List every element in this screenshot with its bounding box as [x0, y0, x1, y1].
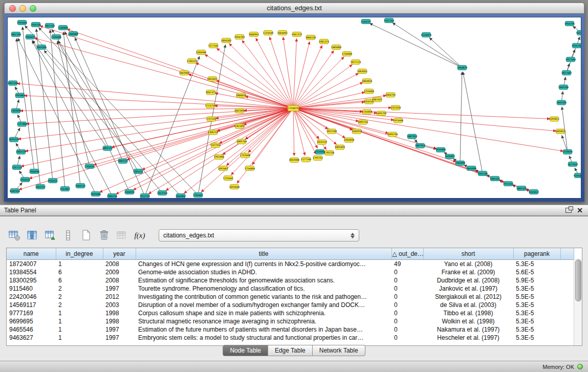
table-cell[interactable]: 14569117	[7, 301, 56, 309]
citation-edge-red[interactable]	[40, 26, 293, 108]
citation-edge-red[interactable]	[293, 45, 322, 108]
citation-edge-red[interactable]	[293, 41, 310, 108]
citation-edge-red[interactable]	[293, 108, 337, 145]
table-cell[interactable]: 0	[391, 285, 423, 293]
citation-edge-red[interactable]	[18, 108, 293, 139]
function-builder-button[interactable]: f(x)	[133, 229, 147, 242]
citation-edge-red[interactable]	[195, 63, 293, 108]
close-panel-icon[interactable]: ✕	[577, 207, 583, 214]
float-panel-icon[interactable]	[565, 208, 572, 213]
table-cell[interactable]: 5.3E-5	[513, 317, 560, 325]
delete-column-button[interactable]	[97, 229, 111, 242]
table-cell[interactable]: 2008	[103, 276, 136, 285]
table-cell[interactable]: 0	[391, 309, 423, 317]
citation-edge-red[interactable]	[24, 96, 293, 108]
table-cell[interactable]: Franke et al. (2009)	[423, 268, 513, 276]
citation-edge-red[interactable]	[34, 38, 293, 108]
citation-edge-black[interactable]	[567, 37, 580, 73]
table-cell[interactable]: Embryonic stem cells: a model to study s…	[136, 334, 391, 342]
citation-edge-red[interactable]	[293, 108, 294, 156]
table-scrollbar-thumb[interactable]	[575, 259, 581, 301]
import-table-button[interactable]	[115, 229, 129, 242]
table-mode-button[interactable]	[7, 229, 21, 242]
citation-edge-red[interactable]	[293, 100, 373, 108]
table-cell[interactable]: 5.3E-5	[513, 285, 560, 293]
column-header[interactable]: year	[103, 248, 136, 260]
citation-edge-black[interactable]	[429, 38, 462, 68]
column-header[interactable]: title	[136, 248, 391, 260]
citation-edge-red[interactable]	[184, 108, 293, 194]
table-row[interactable]: 2242004622012Investigating the contribut…	[7, 293, 574, 301]
citation-edge-red[interactable]	[293, 51, 334, 108]
citation-edge-red[interactable]	[293, 108, 345, 138]
column-header[interactable]: short	[423, 248, 513, 260]
table-row[interactable]: 1872400712008Changes of HCN gene express…	[7, 260, 574, 269]
table-cell[interactable]: 5.3E-5	[513, 260, 560, 269]
table-cell[interactable]: 19384554	[7, 268, 56, 276]
table-cell[interactable]: Dudbridge et al. (2008)	[423, 276, 513, 285]
table-cell[interactable]: 0	[391, 317, 423, 325]
table-cell[interactable]: 9777169	[7, 309, 56, 317]
table-cell[interactable]: 5.6E-5	[513, 268, 560, 276]
table-row[interactable]: 1456911722003Disruption of a novel membe…	[7, 301, 574, 309]
citation-edge-red[interactable]	[293, 82, 363, 108]
table-cell[interactable]: 0	[391, 276, 423, 285]
citation-edge-black[interactable]	[63, 32, 80, 186]
citation-edge-black[interactable]	[58, 40, 129, 192]
table-cell[interactable]: 18724007	[7, 260, 56, 269]
table-cell[interactable]: 0	[391, 268, 423, 276]
citation-edge-black[interactable]	[393, 23, 462, 68]
citation-edge-red[interactable]	[19, 108, 293, 190]
table-row[interactable]: 1830029562008Estimation of significance …	[7, 276, 574, 285]
table-cell[interactable]: 5.3E-5	[513, 309, 560, 317]
window-titlebar[interactable]: citations_edges.txt	[4, 3, 584, 14]
table-cell[interactable]: 22420046	[7, 293, 56, 301]
citation-edge-red[interactable]	[293, 108, 388, 134]
citation-edge-red[interactable]	[205, 54, 293, 108]
table-cell[interactable]: 0	[391, 301, 423, 309]
citation-edge-red[interactable]	[226, 108, 293, 166]
table-cell[interactable]: Disruption of a novel member of a sodium…	[136, 301, 391, 309]
column-header[interactable]: in_degree	[56, 248, 103, 260]
citation-edge-red[interactable]	[293, 108, 391, 108]
column-header[interactable]: △ out_de…	[391, 248, 423, 260]
table-cell[interactable]: 6	[56, 268, 103, 276]
citation-edge-red[interactable]	[283, 37, 293, 108]
minimize-window-button[interactable]	[19, 5, 26, 12]
table-cell[interactable]: 0	[391, 293, 423, 301]
table-cell[interactable]: 2	[56, 285, 103, 293]
network-graph-svg[interactable]: 1724076184200417601222260584127754118563…	[8, 17, 581, 198]
table-cell[interactable]: 49	[391, 260, 423, 269]
column-header[interactable]: name	[7, 248, 56, 260]
tab-network-table[interactable]: Network Table	[313, 345, 365, 356]
table-cell[interactable]: Wolkin et al. (1998)	[423, 317, 513, 325]
citation-edge-black[interactable]	[64, 31, 123, 161]
tab-node-table[interactable]: Node Table	[223, 345, 268, 356]
citation-edge-red[interactable]	[229, 43, 293, 108]
citation-edge-red[interactable]	[293, 73, 359, 108]
table-cell[interactable]: 2	[56, 293, 103, 301]
row-selection-button[interactable]	[61, 229, 75, 242]
citation-edge-red[interactable]	[112, 108, 293, 148]
citation-edge-red[interactable]	[293, 108, 556, 131]
table-row[interactable]: 946554611997Estimation of the future num…	[7, 325, 574, 334]
citation-edge-black[interactable]	[44, 50, 162, 193]
close-window-button[interactable]	[9, 5, 16, 12]
table-cell[interactable]: Jankovic et al. (1997)	[423, 285, 513, 293]
citation-edge-black[interactable]	[460, 72, 462, 163]
table-cell[interactable]: 9465546	[7, 325, 56, 334]
tab-edge-table[interactable]: Edge Table	[268, 345, 313, 356]
table-cell[interactable]: 1	[56, 334, 103, 342]
citation-edge-red[interactable]	[293, 57, 344, 108]
citation-edge-red[interactable]	[270, 37, 293, 108]
table-cell[interactable]: 5.9E-5	[513, 276, 560, 285]
edit-table-button[interactable]	[43, 229, 57, 242]
citation-edge-red[interactable]	[293, 108, 550, 119]
citation-edge-black[interactable]	[39, 28, 198, 195]
citation-edge-black[interactable]	[463, 72, 483, 173]
citation-edge-red[interactable]	[148, 108, 293, 194]
table-cell[interactable]: 18300295	[7, 276, 56, 285]
table-cell[interactable]: 5.5E-5	[513, 293, 560, 301]
table-row[interactable]: 969969511998Structural magnetic resonanc…	[7, 317, 574, 325]
table-cell[interactable]: Tibbo et al. (1998)	[423, 309, 513, 317]
